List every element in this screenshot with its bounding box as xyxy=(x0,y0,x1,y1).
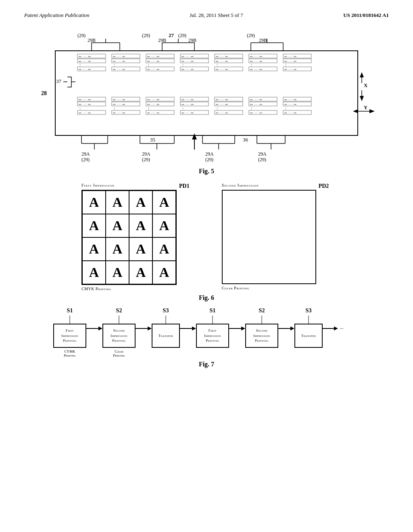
fig6-second-sub: Clear Printing xyxy=(222,286,316,290)
svg-text:⋮: ⋮ xyxy=(113,107,116,110)
svg-text:∞∞ ··· ∞∞: ∞∞ ··· ∞∞ xyxy=(250,112,262,114)
svg-text:∞∞ ··· ∞∞: ∞∞ ··· ∞∞ xyxy=(216,55,228,58)
svg-text:⋮: ⋮ xyxy=(216,64,219,67)
svg-text:∞∞ ··· ∞∞: ∞∞ ··· ∞∞ xyxy=(113,112,125,114)
svg-text:∞∞ ··· ∞∞: ∞∞ ··· ∞∞ xyxy=(147,55,159,58)
svg-text:∞∞ ··· ∞∞: ∞∞ ··· ∞∞ xyxy=(79,112,91,114)
svg-text:(29): (29) xyxy=(142,157,150,162)
svg-text:∞∞ ··· ∞∞: ∞∞ ··· ∞∞ xyxy=(79,98,91,101)
svg-text:∞∞ ··· ∞∞: ∞∞ ··· ∞∞ xyxy=(181,55,194,58)
svg-text:∞∞ ··· ∞∞: ∞∞ ··· ∞∞ xyxy=(113,98,125,101)
fig6-first-impression: First Impression A A A A A A A A A A xyxy=(81,183,190,291)
svg-text:⋮: ⋮ xyxy=(113,64,116,67)
svg-text:∞∞ ··· ∞∞: ∞∞ ··· ∞∞ xyxy=(113,55,125,58)
svg-text:29B: 29B xyxy=(188,37,196,43)
svg-text:∞∞ ··· ∞∞: ∞∞ ··· ∞∞ xyxy=(250,103,262,106)
svg-text:29A: 29A xyxy=(81,151,90,157)
svg-text:(29): (29) xyxy=(205,157,213,162)
fig7-dots-arrow: ··· xyxy=(323,324,347,332)
fig7-s2-sub: ClearPrinting xyxy=(113,349,125,357)
fig7-step-s3: S3 Transfer . xyxy=(152,308,180,353)
svg-text:∞∞ ··· ∞∞: ∞∞ ··· ∞∞ xyxy=(113,60,125,62)
svg-marker-167 xyxy=(148,326,152,330)
svg-text:⋮: ⋮ xyxy=(181,107,184,110)
svg-text:∞∞ ··· ∞∞: ∞∞ ··· ∞∞ xyxy=(250,68,262,71)
svg-text:(29): (29) xyxy=(142,33,150,38)
svg-text:∞∞ ··· ∞∞: ∞∞ ··· ∞∞ xyxy=(79,103,91,106)
svg-text:∞∞ ··· ∞∞: ∞∞ ··· ∞∞ xyxy=(216,68,228,71)
svg-text:∞∞ ··· ∞∞: ∞∞ ··· ∞∞ xyxy=(181,98,194,101)
fig7-step-s3b: S3 Transfer . xyxy=(294,308,323,352)
svg-text:⋮: ⋮ xyxy=(147,107,150,110)
svg-marker-173 xyxy=(241,326,245,330)
fig6-label: Fig. 6 xyxy=(24,294,389,301)
svg-text:∞∞ ··· ∞∞: ∞∞ ··· ∞∞ xyxy=(250,98,262,101)
svg-text:27: 27 xyxy=(169,32,174,38)
svg-text:29B: 29B xyxy=(88,37,96,43)
svg-text:29A: 29A xyxy=(205,151,214,157)
svg-marker-179 xyxy=(334,326,338,330)
fig5-label: Fig. 5 xyxy=(24,168,389,175)
svg-marker-176 xyxy=(290,326,294,330)
svg-text:∞∞ ··· ∞∞: ∞∞ ··· ∞∞ xyxy=(216,98,228,101)
svg-text:∞∞ ··· ∞∞: ∞∞ ··· ∞∞ xyxy=(181,68,194,71)
svg-text:∞∞ ··· ∞∞: ∞∞ ··· ∞∞ xyxy=(79,60,91,62)
fig7-arrow5 xyxy=(278,324,294,332)
fig7-s2-box: SecondImpressionPrinting xyxy=(102,324,136,348)
svg-text:∞∞ ··· ∞∞: ∞∞ ··· ∞∞ xyxy=(147,68,159,71)
svg-text:29A: 29A xyxy=(142,151,150,157)
fig7-s3b-box: Transfer xyxy=(294,324,323,348)
svg-text:∞∞ ··· ∞∞: ∞∞ ··· ∞∞ xyxy=(284,112,296,114)
svg-text:∞∞ ··· ∞∞: ∞∞ ··· ∞∞ xyxy=(216,103,228,106)
fig6-second-title: Second Impression xyxy=(222,183,316,187)
fig6-pd2-label: PD2 xyxy=(319,183,329,189)
fig7-label: Fig. 7 xyxy=(24,361,389,368)
fig7-section: S1 FirstImpressionPrinting CYMKPrinting … xyxy=(33,308,380,357)
svg-text:∞∞ ··· ∞∞: ∞∞ ··· ∞∞ xyxy=(79,55,91,58)
svg-marker-61 xyxy=(369,109,375,113)
fig6-first-sub: CMYK Printing xyxy=(81,287,177,291)
svg-text:29B: 29B xyxy=(259,37,267,43)
svg-text:∞∞ ··· ∞∞: ∞∞ ··· ∞∞ xyxy=(181,60,194,62)
fig7-step-s1b: S1 FirstImpressionPrinting . xyxy=(196,308,229,352)
svg-marker-58 xyxy=(360,72,364,77)
fig7-s2-label: S2 xyxy=(116,308,122,314)
svg-text:36: 36 xyxy=(243,137,248,143)
svg-marker-63 xyxy=(353,109,358,113)
svg-text:(29): (29) xyxy=(77,33,86,38)
svg-text:∞∞ ··· ∞∞: ∞∞ ··· ∞∞ xyxy=(284,60,296,62)
fig7-s1-box: FirstImpressionPrinting xyxy=(53,324,86,348)
fig6-first-title: First Impression xyxy=(81,183,177,187)
fig7-arrow2 xyxy=(136,324,152,332)
header-publication: Patent Application Publication xyxy=(24,12,90,19)
svg-text:∞∞ ··· ∞∞: ∞∞ ··· ∞∞ xyxy=(147,112,159,114)
svg-text:⋮: ⋮ xyxy=(147,64,150,67)
svg-text:∞∞ ··· ∞∞: ∞∞ ··· ∞∞ xyxy=(216,112,228,114)
svg-text:28: 28 xyxy=(41,90,47,96)
fig7-step-s2b: S2 SecondImpressionPrinting . xyxy=(245,308,278,352)
fig6-pd1-label: PD1 xyxy=(179,183,190,189)
fig7-step-s1: S1 FirstImpressionPrinting CYMKPrinting xyxy=(53,308,86,357)
svg-text:29A: 29A xyxy=(258,151,267,157)
fig7-s3-label: S3 xyxy=(163,308,169,314)
fig7-s1-sub: CYMKPrinting xyxy=(64,349,76,357)
fig7-arrow3 xyxy=(180,324,196,332)
fig7-arrow4 xyxy=(229,324,245,332)
svg-text:∞∞ ··· ∞∞: ∞∞ ··· ∞∞ xyxy=(250,55,262,58)
svg-rect-0 xyxy=(55,51,358,135)
svg-marker-164 xyxy=(98,326,102,330)
svg-text:⋮: ⋮ xyxy=(284,64,287,67)
svg-text:∞∞ ··· ∞∞: ∞∞ ··· ∞∞ xyxy=(181,112,194,114)
fig7-arrow1 xyxy=(86,324,102,332)
svg-text:⋮: ⋮ xyxy=(250,107,253,110)
svg-text:⋮: ⋮ xyxy=(79,107,81,110)
fig7-s1b-box: FirstImpressionPrinting xyxy=(196,324,229,348)
svg-text:∞∞ ··· ∞∞: ∞∞ ··· ∞∞ xyxy=(250,60,262,62)
svg-text:⋮: ⋮ xyxy=(216,107,219,110)
fig6-section: First Impression A A A A A A A A A A xyxy=(33,183,380,291)
svg-text:(29): (29) xyxy=(258,157,266,162)
svg-text:35: 35 xyxy=(150,137,155,143)
svg-text:⋮: ⋮ xyxy=(181,64,184,67)
svg-text:∞∞ ··· ∞∞: ∞∞ ··· ∞∞ xyxy=(113,103,125,106)
fig7-s2b-label: S2 xyxy=(259,308,265,314)
